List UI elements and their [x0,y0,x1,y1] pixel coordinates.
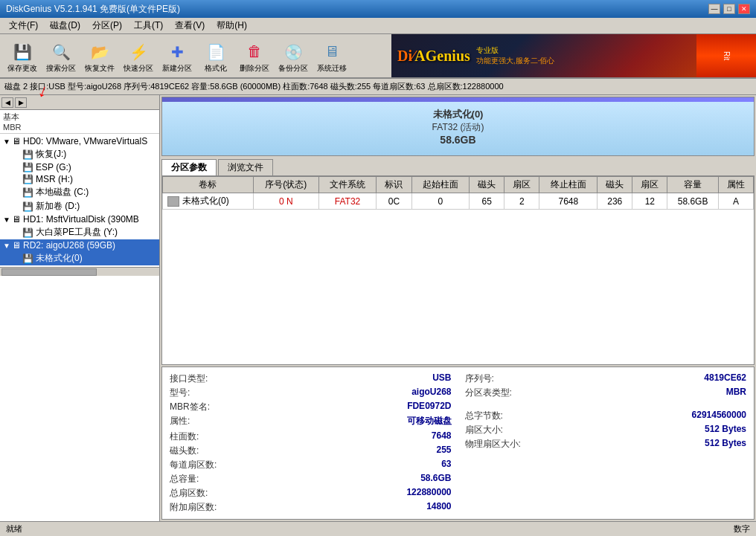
tab-0[interactable]: 分区参数 [161,159,217,175]
table-cell-0-7: 7648 [539,193,598,210]
toolbar-btn-6[interactable]: 🗑删除分区 [235,36,274,76]
toolbar-icon-4: ✚ [165,40,189,64]
detail-value-r8: 62914560000 [692,410,746,422]
tree-label-hd0-esp: ESP (G:) [36,162,71,172]
tree-label-hd0: HD0: VMware, VMwareVirtualS [23,136,147,146]
detail-left-row-3: 属性:可移动磁盘 [167,414,455,428]
toolbar-label-3: 快速分区 [124,64,153,72]
col-header-11: 属性 [718,177,753,193]
table-cell-0-5: 65 [470,193,504,210]
detail-right-row-1: 分区表类型:MBR [462,386,750,400]
menu-item-5[interactable]: 帮助(H) [211,18,253,33]
toolbar-btn-3[interactable]: ⚡快速分区 [119,36,158,76]
tree-label-rd2-unformat: 未格式化(0) [36,252,83,265]
status-left: 就绪 [6,523,22,535]
detail-label-l2: MBR签名: [170,401,210,413]
disk-visual[interactable]: 未格式化(0) FAT32 (活动) 58.6GB [161,97,755,156]
disk-details-right: 序列号:4819CE62分区表类型:MBR总字节数:62914560000扇区大… [462,372,750,514]
tree-icon-hd0-restore: 💾 [22,149,33,160]
tree-expand-hd1[interactable]: ▼ [3,216,12,224]
disk-info-bar: 磁盘 2 接口:USB 型号:aigoU268 序列号:4819CE62 容量:… [0,79,756,95]
toolbar-btn-5[interactable]: 📄格式化 [196,36,235,76]
tree-icon-hd0-local: 💾 [22,187,33,198]
tab-1[interactable]: 浏览文件 [218,159,273,175]
tree-label-hd0-new: 新加卷 (D:) [36,200,80,213]
toolbar-btn-7[interactable]: 💿备份分区 [274,36,313,76]
disk-details: 接口类型:USB型号:aigoU268MBR签名:FDE0972D属性:可移动磁… [161,367,755,520]
menu-item-4[interactable]: 查看(V) [169,18,211,33]
menu-bar: 文件(F)磁盘(D)分区(P)工具(T)查看(V)帮助(H) [0,18,756,34]
banner-accent: Rit [696,34,756,77]
toolbar-btn-8[interactable]: 🖥系统迁移 [313,36,351,76]
tree-item-hd0-local[interactable]: 💾本地磁盘 (C:) [0,185,159,199]
disk-details-left: 接口类型:USB型号:aigoU268MBR签名:FDE0972D属性:可移动磁… [167,372,455,514]
toolbar-label-8: 系统迁移 [317,64,347,72]
tree-item-hd0-esp[interactable]: 💾ESP (G:) [0,161,159,173]
disk-visual-size: 58.6GB [432,134,484,146]
close-button[interactable]: ✕ [738,4,750,14]
left-scroll-thumb[interactable] [1,268,97,276]
banner-logo: Di∕AGenius [391,48,470,65]
toolbar-icon-8: 🖥 [320,40,344,64]
tree-item-hd0-restore[interactable]: 💾恢复(J:) [0,147,159,161]
detail-label-l3: 属性: [170,415,190,427]
tree-expand-hd0[interactable]: ▼ [3,138,12,146]
toolbar-btn-0[interactable]: 💾保存更改 [3,36,42,76]
left-scroll-bar[interactable] [0,267,159,276]
menu-item-2[interactable]: 分区(P) [86,18,128,33]
detail-right-row-9: 扇区大小:512 Bytes [462,423,750,437]
detail-right-row-10: 物理扇区大小:512 Bytes [462,437,750,451]
table-row[interactable]: 未格式化(0)0 NFAT320C065276482361258.6GBA [163,193,754,210]
detail-label-l1: 型号: [170,387,190,399]
toolbar-label-7: 备份分区 [278,64,308,72]
nav-back-button[interactable]: ◀ [1,97,13,108]
tree-expand-rd2[interactable]: ▼ [3,242,12,250]
tree-item-hd0-msr[interactable]: 💾MSR (H:) [0,173,159,185]
tree-item-hd0-new[interactable]: 💾新加卷 (D:) [0,199,159,213]
tree-icon-hd1: 🖥 [12,214,21,225]
tree-item-rd2-unformat[interactable]: 💾未格式化(0) [0,251,159,265]
tree-item-hd1[interactable]: ▼🖥HD1: MsftVirtualDisk (390MB [0,213,159,225]
menu-item-1[interactable]: 磁盘(D) [44,18,86,33]
detail-value-l1: aigoU268 [411,387,451,399]
nav-forward-button[interactable]: ▶ [15,97,27,108]
detail-label-r1: 分区表类型: [465,387,512,399]
tree-item-hd1-pe[interactable]: 💾大白菜PE工具盘 (Y:) [0,225,159,239]
disk-visual-title: 未格式化(0) [432,108,484,121]
tree-icon-hd0-new: 💾 [22,201,33,212]
detail-value-r0: 4819CE62 [704,372,746,385]
tree-item-rd2[interactable]: ▼🖥RD2: aigoU268 (59GB) [0,239,159,251]
partition-area[interactable]: 卷标序号(状态)文件系统标识起始柱面磁头扇区终止柱面磁头扇区容量属性 未格式化(… [161,175,755,365]
table-cell-0-3: 0C [377,193,411,210]
toolbar-btn-1[interactable]: 🔍搜索分区 [42,36,80,76]
menu-item-3[interactable]: 工具(T) [128,18,169,33]
detail-left-row-5: 柱面数:7648 [167,430,455,444]
detail-right-row-0: 序列号:4819CE62 [462,372,750,386]
detail-value-l7: 63 [441,459,451,471]
toolbar-icon-6: 🗑 [243,40,266,64]
detail-value-l3: 可移动磁盘 [407,415,452,427]
maximize-button[interactable]: □ [723,4,735,14]
tree-item-hd0[interactable]: ▼🖥HD0: VMware, VMwareVirtualS [0,135,159,147]
partition-table-header-row: 卷标序号(状态)文件系统标识起始柱面磁头扇区终止柱面磁头扇区容量属性 [163,177,754,193]
col-header-4: 起始柱面 [411,177,470,193]
nav-arrows: ◀ ▶ [1,97,27,108]
tree-label-hd0-restore: 恢复(J:) [36,148,66,161]
detail-label-r8: 总字节数: [465,410,503,422]
minimize-button[interactable]: — [708,4,720,14]
detail-value-r1: MBR [726,387,746,399]
detail-left-row-0: 接口类型:USB [167,372,455,386]
toolbar-btn-2[interactable]: 📂恢复文件 [80,36,119,76]
tree-label-hd0-msr: MSR (H:) [36,174,73,184]
partition-table-body: 未格式化(0)0 NFAT320C065276482361258.6GBA [163,193,754,210]
partition-icon [167,196,179,207]
toolbar-icon-2: 📂 [88,40,112,64]
basic-mbr-label: 基本 MBR [0,110,159,134]
left-panel[interactable]: ◀ ▶ 基本 MBR ▼🖥HD0: VMware, VMwareVirtualS… [0,95,160,521]
status-bar: 就绪 数字 [0,521,756,536]
menu-item-0[interactable]: 文件(F) [3,18,44,33]
detail-label-r9: 扇区大小: [465,424,503,436]
detail-left-row-9: 总扇区数:122880000 [167,486,455,500]
banner: Di∕AGenius 专业版 功能更强大,服务二·佰心 Rit [391,34,756,77]
toolbar-btn-4[interactable]: ✚新建分区 [158,36,196,76]
